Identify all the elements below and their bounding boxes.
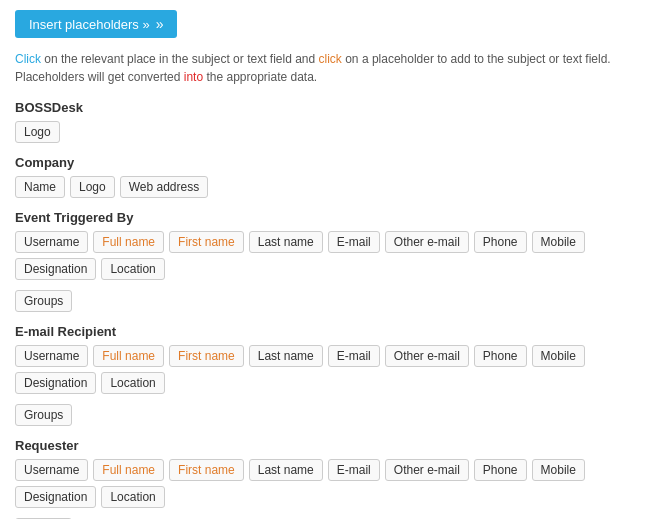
btn-group-requester-row0: UsernameFull nameFirst nameLast nameE-ma…: [15, 459, 654, 508]
placeholder-btn-full-name[interactable]: Full name: [93, 345, 164, 367]
placeholder-btn-mobile[interactable]: Mobile: [532, 345, 585, 367]
placeholder-btn-last-name[interactable]: Last name: [249, 231, 323, 253]
section-event-triggered-by: Event Triggered ByUsernameFull nameFirst…: [15, 210, 654, 312]
placeholder-btn-mobile[interactable]: Mobile: [532, 459, 585, 481]
instruction-text: Click on the relevant place in the subje…: [15, 50, 654, 86]
placeholder-btn-designation[interactable]: Designation: [15, 258, 96, 280]
section-requester: RequesterUsernameFull nameFirst nameLast…: [15, 438, 654, 519]
btn-group-event-triggered-by-row1: Groups: [15, 290, 654, 312]
placeholder-btn-username[interactable]: Username: [15, 345, 88, 367]
section-bossdesk: BOSSDeskLogo: [15, 100, 654, 143]
btn-group-bossdesk-row0: Logo: [15, 121, 654, 143]
placeholder-btn-e-mail[interactable]: E-mail: [328, 231, 380, 253]
placeholder-btn-designation[interactable]: Designation: [15, 372, 96, 394]
placeholder-btn-other-e-mail[interactable]: Other e-mail: [385, 459, 469, 481]
placeholder-btn-location[interactable]: Location: [101, 372, 164, 394]
placeholder-btn-groups[interactable]: Groups: [15, 404, 72, 426]
section-email-recipient: E-mail RecipientUsernameFull nameFirst n…: [15, 324, 654, 426]
placeholder-btn-phone[interactable]: Phone: [474, 231, 527, 253]
placeholder-btn-e-mail[interactable]: E-mail: [328, 459, 380, 481]
placeholder-btn-logo[interactable]: Logo: [15, 121, 60, 143]
placeholder-btn-username[interactable]: Username: [15, 231, 88, 253]
placeholder-btn-other-e-mail[interactable]: Other e-mail: [385, 345, 469, 367]
section-company: CompanyNameLogoWeb address: [15, 155, 654, 198]
placeholder-btn-phone[interactable]: Phone: [474, 459, 527, 481]
placeholder-btn-other-e-mail[interactable]: Other e-mail: [385, 231, 469, 253]
placeholder-btn-first-name[interactable]: First name: [169, 459, 244, 481]
placeholder-btn-first-name[interactable]: First name: [169, 231, 244, 253]
placeholder-btn-full-name[interactable]: Full name: [93, 459, 164, 481]
section-title-company: Company: [15, 155, 654, 170]
section-title-event-triggered-by: Event Triggered By: [15, 210, 654, 225]
placeholder-btn-e-mail[interactable]: E-mail: [328, 345, 380, 367]
instruction-part6: the appropriate data.: [203, 70, 317, 84]
btn-group-email-recipient-row0: UsernameFull nameFirst nameLast nameE-ma…: [15, 345, 654, 394]
btn-group-event-triggered-by-row0: UsernameFull nameFirst nameLast nameE-ma…: [15, 231, 654, 280]
section-title-requester: Requester: [15, 438, 654, 453]
placeholder-btn-username[interactable]: Username: [15, 459, 88, 481]
insert-placeholders-button[interactable]: Insert placeholders »: [15, 10, 177, 38]
btn-group-email-recipient-row1: Groups: [15, 404, 654, 426]
instruction-click1: Click: [15, 52, 41, 66]
section-title-email-recipient: E-mail Recipient: [15, 324, 654, 339]
instruction-part2: on the relevant place in the subject or …: [41, 52, 319, 66]
instruction-into: into: [184, 70, 203, 84]
placeholder-btn-last-name[interactable]: Last name: [249, 345, 323, 367]
placeholder-btn-location[interactable]: Location: [101, 258, 164, 280]
instruction-click2: click: [319, 52, 342, 66]
placeholder-btn-full-name[interactable]: Full name: [93, 231, 164, 253]
placeholder-btn-name[interactable]: Name: [15, 176, 65, 198]
placeholder-btn-mobile[interactable]: Mobile: [532, 231, 585, 253]
placeholder-btn-location[interactable]: Location: [101, 486, 164, 508]
placeholder-btn-logo[interactable]: Logo: [70, 176, 115, 198]
placeholder-btn-designation[interactable]: Designation: [15, 486, 96, 508]
placeholder-btn-groups[interactable]: Groups: [15, 290, 72, 312]
placeholder-btn-web-address[interactable]: Web address: [120, 176, 208, 198]
section-title-bossdesk: BOSSDesk: [15, 100, 654, 115]
sections-container: BOSSDeskLogoCompanyNameLogoWeb addressEv…: [15, 100, 654, 519]
placeholder-btn-last-name[interactable]: Last name: [249, 459, 323, 481]
placeholder-btn-phone[interactable]: Phone: [474, 345, 527, 367]
placeholder-btn-first-name[interactable]: First name: [169, 345, 244, 367]
btn-group-company-row0: NameLogoWeb address: [15, 176, 654, 198]
